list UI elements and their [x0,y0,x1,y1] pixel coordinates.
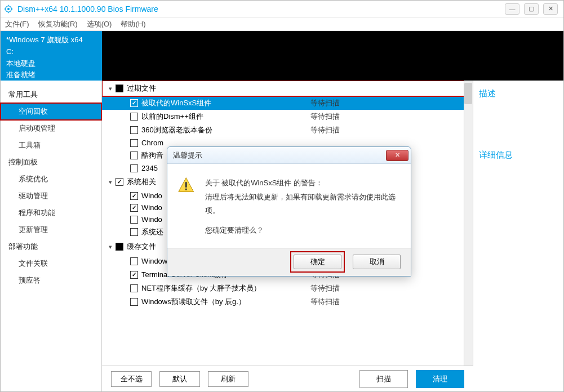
dialog-line1: 关于 被取代的WinSxS组件 的警告： [205,176,401,190]
dialog-text: 关于 被取代的WinSxS组件 的警告： 清理后将无法卸载更新，如果有卸载更新需… [205,176,401,238]
dialog-line2: 清理后将无法卸载更新，如果有卸载更新需求请勿使用此选项。 [205,190,401,218]
warning-icon [177,176,195,194]
warning-dialog: 温馨提示 ✕ 关于 被取代的WinSxS组件 的警告： 清理后将无法卸载更新，如… [167,146,411,277]
svg-rect-7 [185,182,187,188]
dialog-line3: 您确定要清理么？ [205,224,401,238]
cancel-button[interactable]: 取消 [353,255,401,269]
dialog-title-bar: 温馨提示 ✕ [167,147,411,164]
dialog-close-button[interactable]: ✕ [386,150,408,161]
ok-button[interactable]: 确定 [294,255,341,269]
dialog-buttons: 确定 取消 [167,248,411,276]
dialog-backdrop: 温馨提示 ✕ 关于 被取代的WinSxS组件 的警告： 清理后将无法卸载更新，如… [0,0,564,392]
svg-rect-8 [185,189,187,190]
dialog-title: 温馨提示 [173,150,386,161]
dialog-body: 关于 被取代的WinSxS组件 的警告： 清理后将无法卸载更新，如果有卸载更新需… [167,164,411,248]
ok-highlight: 确定 [290,251,345,273]
